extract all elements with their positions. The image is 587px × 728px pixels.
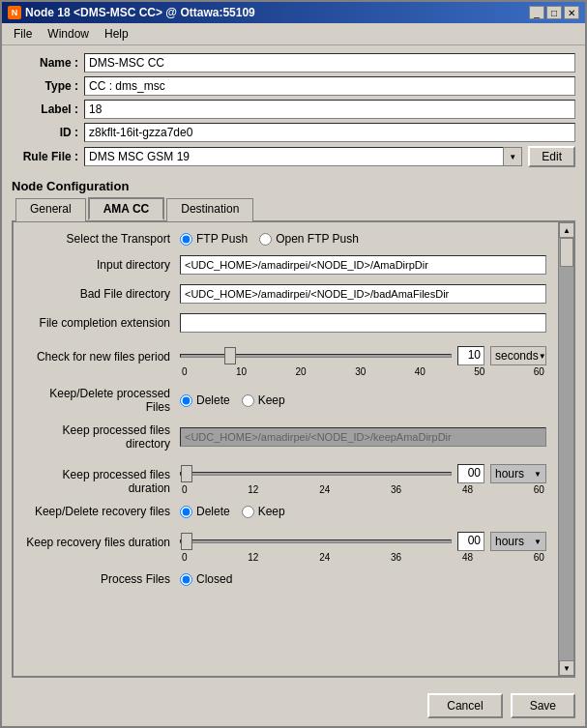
name-label: Name : <box>12 56 84 70</box>
id-row: ID : <box>12 123 575 142</box>
bad-file-label: Bad File directory <box>25 287 180 301</box>
check-period-unit[interactable]: seconds ▼ <box>490 346 546 365</box>
keep-dir-row: Keep processed files directory <box>25 423 546 451</box>
keep-duration-value: 00 <box>457 464 484 483</box>
ftp-push-radio[interactable] <box>180 233 192 246</box>
transport-row: Select the Transport FTP Push Open FTP P… <box>25 232 546 246</box>
recovery-duration-unit-label: hours <box>495 535 524 548</box>
title-bar-left: N Node 18 <DMS-MSC CC> @ Ottawa:55109 <box>8 6 255 19</box>
process-files-row: Process Files Closed <box>25 572 546 586</box>
keep-dir-input[interactable] <box>180 427 546 447</box>
recovery-duration-slider[interactable] <box>180 539 452 543</box>
tab-inner: Select the Transport FTP Push Open FTP P… <box>14 222 558 676</box>
file-ext-row: File completion extension <box>25 313 546 333</box>
rule-file-select-wrapper: ▼ <box>84 147 522 166</box>
menu-file[interactable]: File <box>6 25 40 43</box>
check-period-ticks: 0 10 20 30 40 50 60 <box>180 366 546 377</box>
title-buttons: _ □ ✕ <box>529 6 579 19</box>
transport-radio-group: FTP Push Open FTP Push <box>180 232 359 246</box>
file-ext-input[interactable] <box>180 313 546 333</box>
tabs: General AMA CC Destination <box>12 197 575 220</box>
delete-radio[interactable] <box>180 394 192 407</box>
section-title: Node Configuration <box>12 179 575 193</box>
window-icon: N <box>8 6 21 19</box>
check-period-controls: 10 seconds ▼ 0 10 20 30 <box>180 346 546 377</box>
rule-file-dropdown-arrow[interactable]: ▼ <box>503 147 522 166</box>
label-row: Label : <box>12 100 575 119</box>
keep-duration-unit[interactable]: hours ▼ <box>490 464 546 483</box>
keep-duration-unit-label: hours <box>495 467 524 480</box>
keep-delete-radio-group: Delete Keep <box>180 393 285 407</box>
keep-radio[interactable] <box>242 394 254 407</box>
check-period-slider[interactable] <box>180 354 452 358</box>
recovery-duration-label: Keep recovery files duration <box>25 532 180 549</box>
keep-duration-row: Keep processed files duration 00 hours ▼ <box>25 460 546 495</box>
window-title: Node 18 <DMS-MSC CC> @ Ottawa:55109 <box>25 6 255 19</box>
recovery-delete-radio[interactable] <box>180 506 192 518</box>
bad-file-row: Bad File directory <box>25 284 546 304</box>
open-ftp-push-radio[interactable] <box>259 233 272 246</box>
scroll-track[interactable] <box>559 238 573 660</box>
cancel-button[interactable]: Cancel <box>427 693 502 718</box>
rule-file-label: Rule File : <box>12 150 84 163</box>
recovery-keep-option[interactable]: Keep <box>242 505 285 518</box>
keep-duration-unit-arrow: ▼ <box>534 470 542 479</box>
delete-option[interactable]: Delete <box>180 393 230 407</box>
recovery-duration-row: Keep recovery files duration 00 hours ▼ <box>25 528 546 563</box>
keep-recovery-radio-group: Delete Keep <box>180 505 285 518</box>
rule-file-input[interactable] <box>84 147 522 166</box>
maximize-button[interactable]: □ <box>546 6 562 19</box>
node-config: Node Configuration General AMA CC Destin… <box>12 171 575 678</box>
keep-duration-slider[interactable] <box>180 472 452 476</box>
transport-label: Select the Transport <box>25 232 180 246</box>
title-bar: N Node 18 <DMS-MSC CC> @ Ottawa:55109 _ … <box>2 2 585 23</box>
type-label: Type : <box>12 79 84 93</box>
recovery-delete-label: Delete <box>196 505 230 518</box>
input-dir-label: Input directory <box>25 258 180 272</box>
input-dir-input[interactable] <box>180 255 546 275</box>
tab-general[interactable]: General <box>15 198 86 221</box>
keep-dir-label: Keep processed files directory <box>25 423 180 451</box>
recovery-duration-unit[interactable]: hours ▼ <box>490 532 546 551</box>
check-period-label: Check for new files period <box>25 346 180 364</box>
save-button[interactable]: Save <box>511 693 575 718</box>
menu-window[interactable]: Window <box>40 25 97 43</box>
tab-ama-cc[interactable]: AMA CC <box>88 197 165 220</box>
type-input[interactable] <box>84 76 575 96</box>
scroll-down-button[interactable]: ▼ <box>559 660 574 676</box>
recovery-delete-option[interactable]: Delete <box>180 505 230 518</box>
check-period-unit-label: seconds <box>495 349 539 363</box>
id-label: ID : <box>12 126 84 139</box>
scroll-thumb[interactable] <box>560 238 573 267</box>
keep-delete-label: Keep/Delete processed Files <box>25 387 180 414</box>
scrollbar: ▲ ▼ <box>558 222 573 676</box>
keep-recovery-label: Keep/Delete recovery files <box>25 505 180 518</box>
minimize-button[interactable]: _ <box>529 6 544 19</box>
keep-duration-controls: 00 hours ▼ 0 12 24 36 <box>180 464 546 495</box>
keep-option[interactable]: Keep <box>242 393 285 407</box>
label-input[interactable] <box>84 100 575 119</box>
scroll-up-button[interactable]: ▲ <box>559 222 574 238</box>
edit-button[interactable]: Edit <box>528 146 575 167</box>
bad-file-input[interactable] <box>180 284 546 304</box>
recovery-keep-radio[interactable] <box>242 506 254 518</box>
tab-destination[interactable]: Destination <box>166 198 253 221</box>
keep-label: Keep <box>258 393 285 407</box>
process-closed-radio[interactable] <box>180 573 192 586</box>
open-ftp-push-option[interactable]: Open FTP Push <box>259 232 359 246</box>
process-files-radio-group: Closed <box>180 572 232 586</box>
ftp-push-option[interactable]: FTP Push <box>180 232 248 246</box>
type-row: Type : <box>12 76 575 96</box>
keep-delete-row: Keep/Delete processed Files Delete Keep <box>25 387 546 414</box>
process-closed-label: Closed <box>196 572 232 586</box>
id-input[interactable] <box>84 123 575 142</box>
recovery-duration-controls: 00 hours ▼ 0 12 24 36 <box>180 532 546 563</box>
menu-help[interactable]: Help <box>97 25 136 43</box>
name-row: Name : <box>12 53 575 73</box>
menu-bar: File Window Help <box>2 23 585 45</box>
process-closed-option[interactable]: Closed <box>180 572 232 586</box>
delete-label: Delete <box>196 393 230 407</box>
recovery-duration-unit-arrow: ▼ <box>534 538 542 546</box>
close-button[interactable]: ✕ <box>564 6 579 19</box>
name-input[interactable] <box>84 53 575 73</box>
